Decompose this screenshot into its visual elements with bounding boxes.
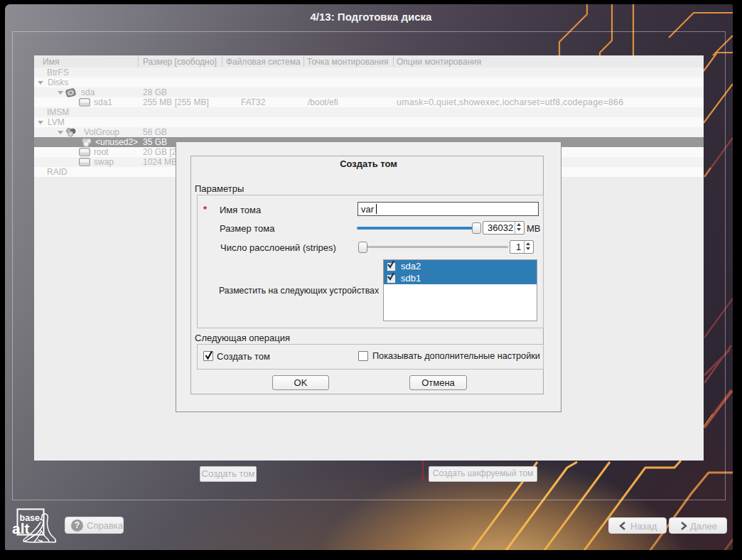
svg-text:alt: alt	[12, 520, 30, 537]
